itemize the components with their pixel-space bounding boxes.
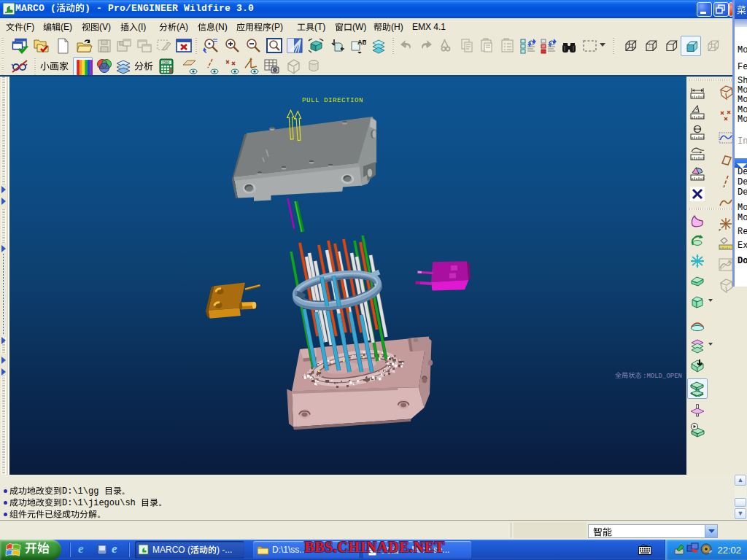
- svg-text:PULL DIRECTION: PULL DIRECTION: [302, 97, 363, 104]
- svg-text:z: z: [719, 228, 721, 232]
- svg-text::MOLD_OPEN: :MOLD_OPEN: [643, 373, 682, 380]
- svg-text:1340: 1340: [162, 61, 170, 65]
- svg-text:AB: AB: [357, 39, 366, 46]
